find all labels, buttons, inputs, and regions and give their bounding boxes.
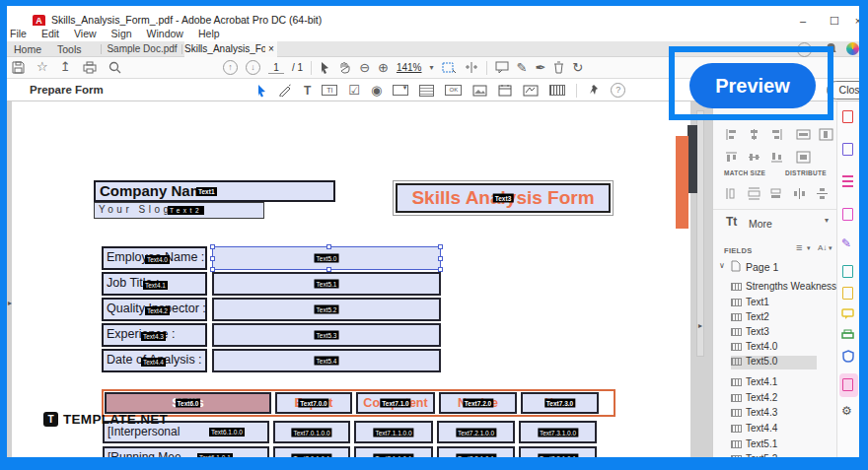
sort-az-icon[interactable]: A↓ (818, 243, 827, 252)
field-list-item[interactable]: Text4.1 (731, 376, 777, 387)
zoom-caret-icon[interactable]: ▾ (430, 61, 434, 75)
fill-sign-icon[interactable]: ✒ (535, 61, 545, 75)
field-list-item[interactable]: Text1 (731, 297, 769, 307)
align-bottom-icon[interactable] (770, 151, 783, 164)
job-title-value-field[interactable]: Text5.1 (212, 272, 441, 296)
tab-sample-doc[interactable]: Sample Doc.pdf (105, 41, 180, 57)
add-field-pen-icon[interactable] (278, 84, 293, 97)
vertical-scrollbar[interactable] (696, 110, 704, 357)
date-of-analysis-value-field[interactable]: Text5.4 (212, 349, 441, 372)
sort-by-caret-icon[interactable]: ▾ (807, 244, 811, 252)
preview-button[interactable]: Preview (689, 63, 816, 108)
field-list-item[interactable]: Text3 (731, 326, 769, 337)
match-height-icon[interactable] (819, 128, 833, 141)
sort-by-icon[interactable]: ≡ (796, 241, 802, 253)
left-panel-expand-icon[interactable]: ▸ (8, 299, 12, 307)
header-none-field[interactable]: None Text7.3.0 (521, 392, 599, 414)
align-right-icon[interactable] (770, 128, 783, 141)
menu-file[interactable]: File (10, 28, 27, 39)
more-caret-icon[interactable]: ▾ (825, 216, 829, 225)
distribute-h-icon[interactable] (793, 187, 806, 200)
employee-name-value-field[interactable]: Text5.0 (212, 246, 441, 270)
distribute-left-icon[interactable] (725, 187, 738, 200)
radio-button-tool-icon[interactable]: ◉ (371, 84, 382, 98)
form-title-field[interactable]: Skills Analysis Form Text3 (393, 180, 614, 216)
fit-width-icon[interactable] (465, 61, 478, 74)
align-left-icon[interactable] (725, 128, 738, 141)
match-both-icon[interactable] (796, 151, 811, 164)
redo-icon[interactable]: ↻ (572, 61, 583, 75)
tab-home[interactable]: Home (14, 43, 41, 55)
menu-view[interactable]: View (74, 28, 97, 39)
employee-name-label-field[interactable]: Employee Name : Text4.0 (102, 246, 207, 270)
date-field-tool-icon[interactable] (498, 84, 512, 97)
field-list-item[interactable]: Text4.0 (731, 341, 777, 352)
text-field-tool-icon[interactable]: TI (322, 85, 337, 96)
quality-inspector-label-field[interactable]: Quality Inspector : Text4.2 (102, 298, 207, 321)
page-group-label[interactable]: Page 1 (746, 261, 778, 273)
search-icon[interactable] (108, 61, 121, 74)
marquee-zoom-icon[interactable] (442, 61, 457, 74)
previous-page-icon[interactable]: ↑ (223, 60, 238, 75)
image-field-tool-icon[interactable] (472, 85, 487, 97)
checkbox-tool-icon[interactable]: ☑ (348, 84, 360, 98)
protect-pdf-icon[interactable] (842, 350, 854, 363)
experience-label-field[interactable]: Experience : Text4.3 (102, 323, 207, 347)
comment-icon[interactable] (495, 61, 509, 74)
list-box-tool-icon[interactable] (419, 85, 434, 97)
trash-icon[interactable] (553, 61, 564, 74)
page-number-input[interactable]: 1 (268, 62, 284, 74)
header-skills-field[interactable]: Skills Text6.0 (105, 392, 271, 414)
star-icon[interactable]: ☆ (36, 60, 48, 74)
rating-cell-field[interactable]: Text7.0.1.0.0 (273, 421, 350, 443)
share-icon[interactable]: ↥ (60, 60, 71, 74)
distribute-right-icon[interactable] (770, 187, 783, 200)
align-middle-icon[interactable] (748, 151, 760, 164)
slogan-field[interactable]: Your Slogan Text2 (94, 202, 264, 219)
hand-tool-icon[interactable] (338, 61, 351, 74)
field-list-item[interactable]: Text4.4 (731, 423, 777, 434)
sort-az-caret-icon[interactable]: ▾ (829, 244, 832, 252)
fill-and-sign-icon[interactable]: ✎ (841, 237, 851, 250)
combine-files-icon[interactable] (842, 265, 853, 278)
tab-skills-analysis[interactable]: Skills_Analysis_For... (184, 41, 265, 57)
prepare-help-icon[interactable]: ? (611, 83, 625, 98)
align-center-icon[interactable] (748, 128, 760, 141)
signature-field-tool-icon[interactable] (523, 85, 539, 97)
more-tools-icon[interactable]: ⚙ (841, 405, 852, 418)
field-list-item[interactable]: Text5.1 (731, 438, 777, 449)
select-tool-icon[interactable] (320, 61, 330, 74)
scan-ocr-icon[interactable] (841, 329, 854, 341)
button-tool-icon[interactable]: OK (445, 85, 462, 96)
field-list-item[interactable]: Text4.3 (731, 407, 777, 418)
account-avatar-icon[interactable] (846, 42, 859, 55)
experience-value-field[interactable]: Text5.3 (212, 323, 441, 347)
request-signatures-icon[interactable] (842, 287, 853, 300)
menu-edit[interactable]: Edit (41, 28, 59, 39)
zoom-out-icon[interactable]: ⊖ (359, 61, 370, 75)
rating-cell-field[interactable]: Text7.2.1.0.0 (437, 421, 515, 443)
zoom-in-icon[interactable]: ⊕ (378, 61, 389, 75)
pin-icon[interactable] (588, 84, 600, 97)
company-name-field[interactable]: Company Name Text1 (94, 180, 335, 202)
menu-help[interactable]: Help (198, 28, 220, 39)
comment-tool-icon[interactable] (841, 308, 854, 320)
field-list-item[interactable]: Strengths Weakness (731, 281, 836, 292)
field-list-item[interactable]: Text2 (731, 311, 769, 322)
menu-sign[interactable]: Sign (111, 28, 132, 39)
tab-tools[interactable]: Tools (57, 43, 82, 55)
organize-pages-icon[interactable] (842, 175, 853, 188)
rating-cell-field[interactable]: Text7.3.1.0.0 (519, 421, 597, 443)
right-panel-collapse-icon[interactable]: ▸ (698, 321, 702, 330)
field-list-item-selected[interactable]: Text5.0 (731, 356, 777, 367)
distribute-v-icon[interactable] (816, 187, 829, 200)
edit-pdf-icon[interactable] (842, 208, 853, 221)
match-width-icon[interactable] (796, 128, 811, 141)
export-pdf-icon[interactable] (842, 143, 853, 156)
create-pdf-icon[interactable] (842, 110, 853, 123)
job-title-label-field[interactable]: Job Title : Text4.1 (102, 272, 207, 296)
date-of-analysis-label-field[interactable]: Date of Analysis : Text4.4 (102, 349, 207, 372)
page-tree-collapse-icon[interactable]: ∨ (719, 261, 725, 270)
text-properties-icon[interactable]: Tt (726, 215, 737, 229)
field-list-item[interactable]: Text4.2 (731, 392, 777, 403)
